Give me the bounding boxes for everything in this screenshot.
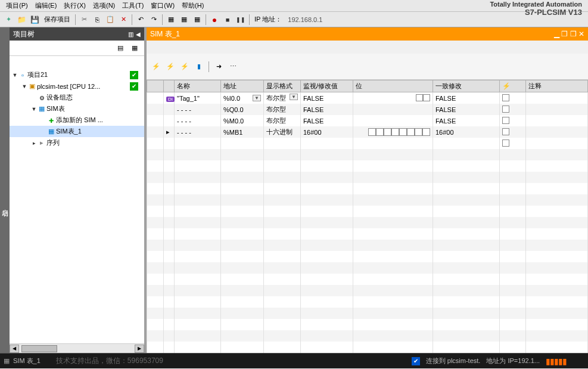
- status-tab-label[interactable]: SIM 表_1: [13, 356, 41, 365]
- col-addr[interactable]: 地址: [221, 80, 264, 92]
- flash-checkbox[interactable]: [502, 117, 509, 124]
- tree-item[interactable]: ▼项目21✔: [10, 69, 144, 80]
- col-flash[interactable]: [500, 80, 526, 92]
- col-name[interactable]: 名称: [175, 80, 221, 92]
- table-cell[interactable]: 16#00: [433, 126, 500, 138]
- tree-item[interactable]: ▸序列: [10, 137, 144, 148]
- close-icon[interactable]: [578, 30, 584, 38]
- table-cell[interactable]: [353, 138, 433, 149]
- flash-checkbox[interactable]: [502, 106, 509, 113]
- pause-icon[interactable]: [235, 14, 247, 26]
- flash-all-icon[interactable]: [179, 61, 191, 73]
- table-cell[interactable]: [147, 138, 164, 149]
- table-cell[interactable]: DI: [164, 92, 175, 104]
- table-cell[interactable]: [353, 92, 433, 104]
- tree-collapse-icon[interactable]: ▥: [128, 31, 133, 38]
- menu-help[interactable]: 帮助(H): [178, 0, 207, 11]
- scroll-right-icon[interactable]: ▶: [135, 345, 144, 353]
- table-cell[interactable]: [353, 126, 433, 138]
- flash-checkbox[interactable]: [502, 139, 509, 147]
- bit-checkbox[interactable]: [415, 128, 422, 136]
- tree-item[interactable]: ▼SIM表: [10, 103, 144, 114]
- table-cell[interactable]: %I0.0▼: [221, 92, 264, 104]
- layout3-icon[interactable]: [191, 14, 203, 26]
- paste-icon[interactable]: [104, 14, 116, 26]
- table-cell[interactable]: [147, 126, 164, 138]
- delete-icon[interactable]: [117, 14, 129, 26]
- table-cell[interactable]: FALSE: [301, 104, 353, 115]
- table-row[interactable]: ▸- - - -%MB1十六进制16#0016#00: [147, 126, 588, 138]
- dropdown-icon[interactable]: ▼: [290, 94, 298, 100]
- menu-options[interactable]: 选项(N): [89, 0, 119, 11]
- col-comment[interactable]: 注释: [526, 80, 588, 92]
- table-cell[interactable]: [164, 115, 175, 126]
- copy-icon[interactable]: [91, 14, 103, 26]
- col-marker[interactable]: [164, 80, 175, 92]
- table-cell[interactable]: [353, 104, 433, 115]
- bit-checkbox[interactable]: [384, 128, 391, 136]
- table-cell[interactable]: [526, 92, 588, 104]
- bit-checkbox[interactable]: [376, 128, 384, 136]
- restore-icon[interactable]: [570, 30, 577, 38]
- table-cell[interactable]: FALSE: [301, 92, 353, 104]
- flash-checkbox[interactable]: [502, 128, 509, 135]
- table-cell[interactable]: 十六进制: [264, 126, 301, 138]
- tree-expander-icon[interactable]: ▼: [31, 106, 37, 112]
- table-cell[interactable]: 布尔型▼: [264, 92, 301, 104]
- cut-icon[interactable]: [78, 14, 90, 26]
- table-cell[interactable]: ▸: [164, 126, 175, 138]
- table-cell[interactable]: [526, 138, 588, 149]
- bit-checkbox[interactable]: [399, 128, 407, 136]
- col-val[interactable]: 监视/修改值: [301, 80, 353, 92]
- table-cell[interactable]: - - - -: [175, 115, 221, 126]
- new-icon[interactable]: [2, 14, 14, 26]
- bit-checkbox[interactable]: [407, 128, 415, 136]
- table-cell[interactable]: 16#00: [301, 126, 353, 138]
- table-cell[interactable]: [147, 104, 164, 115]
- save-icon[interactable]: [29, 14, 41, 26]
- table-cell[interactable]: %MB1: [221, 126, 264, 138]
- minimize-icon[interactable]: [554, 30, 559, 38]
- table-cell[interactable]: [164, 138, 175, 149]
- table-cell[interactable]: %M0.0: [221, 115, 264, 126]
- table-cell[interactable]: [500, 138, 526, 149]
- table-cell[interactable]: [526, 104, 588, 115]
- stop-icon[interactable]: [222, 14, 234, 26]
- layout2-icon[interactable]: [178, 14, 190, 26]
- table-cell[interactable]: [147, 92, 164, 104]
- tree-expand-icon[interactable]: ◀: [136, 31, 141, 38]
- table-cell[interactable]: FALSE: [301, 115, 353, 126]
- tree-grid-icon[interactable]: [114, 42, 126, 54]
- table-cell[interactable]: [175, 138, 221, 149]
- side-tab-start[interactable]: 启动: [0, 27, 10, 353]
- table-cell[interactable]: [353, 115, 433, 126]
- table-cell[interactable]: 布尔型: [264, 104, 301, 115]
- menu-execute[interactable]: 执行(X): [60, 0, 89, 11]
- table-row[interactable]: [147, 138, 588, 149]
- modify-icon[interactable]: [164, 61, 176, 73]
- table-cell[interactable]: [147, 115, 164, 126]
- table-cell[interactable]: [500, 115, 526, 126]
- bit-checkbox[interactable]: [423, 94, 430, 101]
- table-cell[interactable]: [164, 104, 175, 115]
- tree-list-icon[interactable]: [129, 42, 141, 54]
- status-tab-icon[interactable]: ▦: [4, 357, 10, 365]
- tool-extra-icon[interactable]: ⋯: [227, 61, 239, 73]
- col-bits[interactable]: 位: [353, 80, 433, 92]
- maximize-icon[interactable]: [561, 30, 568, 38]
- tree-item[interactable]: SIM表_1: [10, 126, 144, 137]
- table-row[interactable]: DI"Tag_1"%I0.0▼布尔型▼FALSEFALSE: [147, 92, 588, 104]
- col-mod[interactable]: 一致修改: [433, 80, 500, 92]
- tree-item[interactable]: 设备组态: [10, 92, 144, 103]
- table-cell[interactable]: %Q0.0: [221, 104, 264, 115]
- scroll-thumb[interactable]: [21, 345, 57, 352]
- tree-item[interactable]: 添加新的 SIM ...: [10, 114, 144, 126]
- table-cell[interactable]: [500, 126, 526, 138]
- table-cell[interactable]: [433, 138, 500, 149]
- table-cell[interactable]: [500, 92, 526, 104]
- dropdown-icon[interactable]: ▼: [253, 95, 261, 101]
- table-cell[interactable]: FALSE: [433, 115, 500, 126]
- table-row[interactable]: - - - -%Q0.0布尔型FALSEFALSE: [147, 104, 588, 115]
- col-fmt[interactable]: 显示格式: [264, 80, 301, 92]
- table-cell[interactable]: [526, 126, 588, 138]
